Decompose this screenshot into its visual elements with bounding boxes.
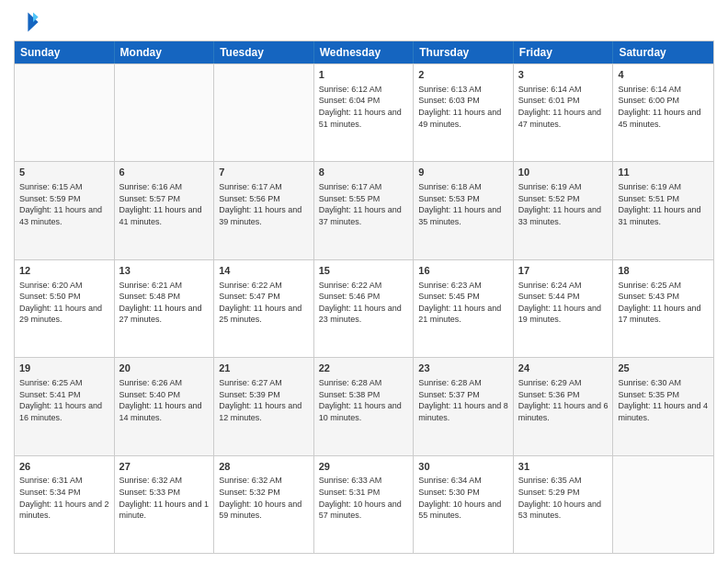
day-number: 25	[618, 362, 709, 375]
calendar-cell: 13Sunrise: 6:21 AMSunset: 5:48 PMDayligh…	[115, 260, 215, 357]
day-number: 28	[219, 460, 309, 474]
calendar-cell: 17Sunrise: 6:24 AMSunset: 5:44 PMDayligh…	[514, 260, 614, 357]
day-number: 12	[19, 264, 109, 278]
calendar-cell: 2Sunrise: 6:13 AMSunset: 6:03 PMDaylight…	[414, 64, 514, 161]
calendar-body: 1Sunrise: 6:12 AMSunset: 6:04 PMDaylight…	[15, 63, 713, 553]
cell-info: Sunrise: 6:17 AMSunset: 5:56 PMDaylight:…	[219, 181, 309, 227]
cell-info: Sunrise: 6:30 AMSunset: 5:35 PMDaylight:…	[618, 377, 709, 423]
calendar-cell: 25Sunrise: 6:30 AMSunset: 5:35 PMDayligh…	[613, 358, 713, 454]
cell-info: Sunrise: 6:15 AMSunset: 5:59 PMDaylight:…	[19, 181, 109, 227]
cell-info: Sunrise: 6:28 AMSunset: 5:37 PMDaylight:…	[418, 377, 508, 423]
day-number: 24	[518, 362, 609, 375]
cell-info: Sunrise: 6:29 AMSunset: 5:36 PMDaylight:…	[518, 377, 609, 423]
calendar-cell: 1Sunrise: 6:12 AMSunset: 6:04 PMDaylight…	[314, 64, 415, 161]
cell-info: Sunrise: 6:21 AMSunset: 5:48 PMDaylight:…	[119, 280, 210, 326]
calendar-cell: 6Sunrise: 6:16 AMSunset: 5:57 PMDaylight…	[115, 162, 215, 259]
cell-info: Sunrise: 6:32 AMSunset: 5:33 PMDaylight:…	[119, 475, 210, 521]
cell-info: Sunrise: 6:32 AMSunset: 5:32 PMDaylight:…	[219, 475, 309, 521]
calendar-header-cell: Thursday	[414, 41, 514, 63]
cell-info: Sunrise: 6:19 AMSunset: 5:52 PMDaylight:…	[518, 181, 609, 227]
cell-info: Sunrise: 6:22 AMSunset: 5:47 PMDaylight:…	[219, 280, 309, 326]
calendar-cell: 14Sunrise: 6:22 AMSunset: 5:47 PMDayligh…	[214, 260, 314, 357]
day-number: 20	[119, 362, 210, 375]
calendar-cell: 24Sunrise: 6:29 AMSunset: 5:36 PMDayligh…	[514, 358, 614, 454]
day-number: 13	[119, 264, 210, 278]
calendar-cell: 30Sunrise: 6:34 AMSunset: 5:30 PMDayligh…	[414, 456, 514, 553]
day-number: 14	[219, 264, 309, 278]
calendar-header-row: SundayMondayTuesdayWednesdayThursdayFrid…	[15, 41, 713, 63]
day-number: 11	[618, 166, 709, 179]
day-number: 22	[319, 362, 409, 375]
cell-info: Sunrise: 6:24 AMSunset: 5:44 PMDaylight:…	[518, 280, 609, 326]
logo	[14, 9, 43, 35]
day-number: 9	[418, 166, 508, 179]
calendar-cell: 4Sunrise: 6:14 AMSunset: 6:00 PMDaylight…	[613, 64, 713, 161]
day-number: 10	[518, 166, 609, 179]
cell-info: Sunrise: 6:25 AMSunset: 5:41 PMDaylight:…	[19, 377, 109, 423]
cell-info: Sunrise: 6:12 AMSunset: 6:04 PMDaylight:…	[319, 84, 409, 130]
cell-info: Sunrise: 6:34 AMSunset: 5:30 PMDaylight:…	[418, 475, 508, 521]
cell-info: Sunrise: 6:19 AMSunset: 5:51 PMDaylight:…	[618, 181, 709, 227]
calendar-cell: 5Sunrise: 6:15 AMSunset: 5:59 PMDaylight…	[15, 162, 115, 259]
calendar-row: 19Sunrise: 6:25 AMSunset: 5:41 PMDayligh…	[15, 357, 713, 454]
calendar-header-cell: Friday	[514, 41, 614, 63]
calendar-cell: 22Sunrise: 6:28 AMSunset: 5:38 PMDayligh…	[314, 358, 415, 454]
calendar-cell	[115, 64, 215, 161]
calendar-cell: 3Sunrise: 6:14 AMSunset: 6:01 PMDaylight…	[514, 64, 614, 161]
cell-info: Sunrise: 6:26 AMSunset: 5:40 PMDaylight:…	[119, 377, 210, 423]
calendar-cell: 26Sunrise: 6:31 AMSunset: 5:34 PMDayligh…	[15, 456, 115, 553]
calendar-cell: 11Sunrise: 6:19 AMSunset: 5:51 PMDayligh…	[613, 162, 713, 259]
cell-info: Sunrise: 6:17 AMSunset: 5:55 PMDaylight:…	[319, 181, 409, 227]
cell-info: Sunrise: 6:23 AMSunset: 5:45 PMDaylight:…	[418, 280, 508, 326]
day-number: 2	[418, 68, 508, 82]
calendar-cell	[214, 64, 314, 161]
cell-info: Sunrise: 6:14 AMSunset: 6:00 PMDaylight:…	[618, 84, 709, 130]
calendar-cell: 23Sunrise: 6:28 AMSunset: 5:37 PMDayligh…	[414, 358, 514, 454]
cell-info: Sunrise: 6:35 AMSunset: 5:29 PMDaylight:…	[518, 475, 609, 521]
calendar-cell: 20Sunrise: 6:26 AMSunset: 5:40 PMDayligh…	[115, 358, 215, 454]
calendar-cell	[15, 64, 115, 161]
logo-icon	[14, 9, 40, 35]
calendar-cell: 21Sunrise: 6:27 AMSunset: 5:39 PMDayligh…	[214, 358, 314, 454]
calendar: SundayMondayTuesdayWednesdayThursdayFrid…	[14, 40, 714, 554]
day-number: 7	[219, 166, 309, 179]
day-number: 31	[518, 460, 609, 474]
calendar-row: 26Sunrise: 6:31 AMSunset: 5:34 PMDayligh…	[15, 455, 713, 553]
calendar-cell: 7Sunrise: 6:17 AMSunset: 5:56 PMDaylight…	[214, 162, 314, 259]
cell-info: Sunrise: 6:16 AMSunset: 5:57 PMDaylight:…	[119, 181, 210, 227]
calendar-cell: 10Sunrise: 6:19 AMSunset: 5:52 PMDayligh…	[514, 162, 614, 259]
day-number: 15	[319, 264, 409, 278]
calendar-cell: 9Sunrise: 6:18 AMSunset: 5:53 PMDaylight…	[414, 162, 514, 259]
day-number: 27	[119, 460, 210, 474]
header	[14, 9, 714, 35]
calendar-header-cell: Sunday	[15, 41, 115, 63]
calendar-cell: 8Sunrise: 6:17 AMSunset: 5:55 PMDaylight…	[314, 162, 415, 259]
day-number: 6	[119, 166, 210, 179]
cell-info: Sunrise: 6:20 AMSunset: 5:50 PMDaylight:…	[19, 280, 109, 326]
day-number: 21	[219, 362, 309, 375]
calendar-cell: 16Sunrise: 6:23 AMSunset: 5:45 PMDayligh…	[414, 260, 514, 357]
calendar-header-cell: Tuesday	[214, 41, 314, 63]
day-number: 8	[319, 166, 409, 179]
calendar-header-cell: Wednesday	[314, 41, 415, 63]
day-number: 18	[618, 264, 709, 278]
calendar-header-cell: Monday	[115, 41, 215, 63]
calendar-header-cell: Saturday	[613, 41, 713, 63]
day-number: 3	[518, 68, 609, 82]
calendar-row: 1Sunrise: 6:12 AMSunset: 6:04 PMDaylight…	[15, 63, 713, 161]
calendar-row: 12Sunrise: 6:20 AMSunset: 5:50 PMDayligh…	[15, 259, 713, 357]
calendar-row: 5Sunrise: 6:15 AMSunset: 5:59 PMDaylight…	[15, 161, 713, 259]
day-number: 16	[418, 264, 508, 278]
cell-info: Sunrise: 6:25 AMSunset: 5:43 PMDaylight:…	[618, 280, 709, 326]
cell-info: Sunrise: 6:27 AMSunset: 5:39 PMDaylight:…	[219, 377, 309, 423]
cell-info: Sunrise: 6:13 AMSunset: 6:03 PMDaylight:…	[418, 84, 508, 130]
calendar-cell: 28Sunrise: 6:32 AMSunset: 5:32 PMDayligh…	[214, 456, 314, 553]
cell-info: Sunrise: 6:31 AMSunset: 5:34 PMDaylight:…	[19, 475, 109, 521]
calendar-cell: 31Sunrise: 6:35 AMSunset: 5:29 PMDayligh…	[514, 456, 614, 553]
calendar-cell: 27Sunrise: 6:32 AMSunset: 5:33 PMDayligh…	[115, 456, 215, 553]
calendar-cell	[613, 456, 713, 553]
calendar-cell: 18Sunrise: 6:25 AMSunset: 5:43 PMDayligh…	[613, 260, 713, 357]
page: SundayMondayTuesdayWednesdayThursdayFrid…	[0, 0, 728, 563]
day-number: 26	[19, 460, 109, 474]
cell-info: Sunrise: 6:22 AMSunset: 5:46 PMDaylight:…	[319, 280, 409, 326]
